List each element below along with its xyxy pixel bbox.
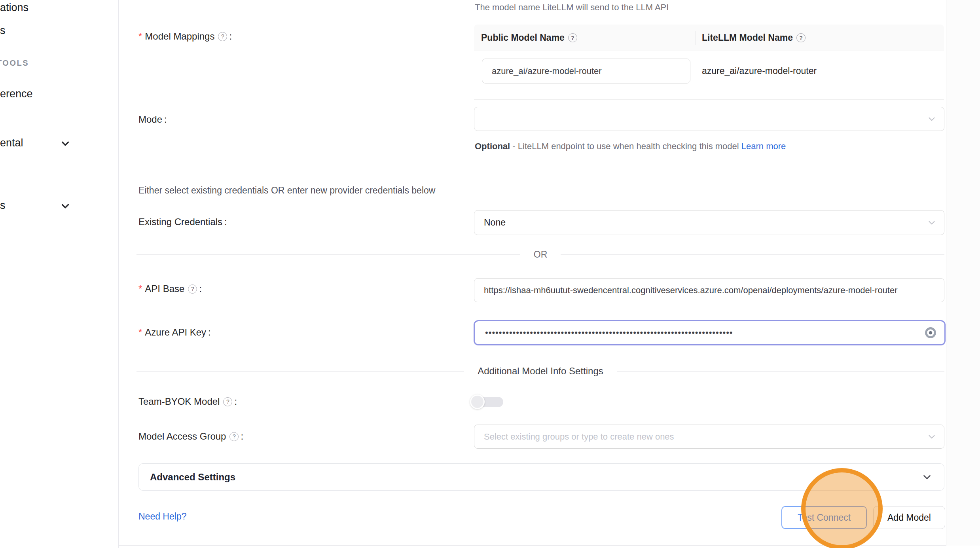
add-model-button[interactable]: Add Model: [873, 506, 945, 529]
add-model-page: ations s TOOLS erence ental s The model …: [0, 0, 980, 548]
required-asterisk: *: [138, 327, 142, 338]
card-bottom-border: [119, 545, 946, 546]
additional-settings-divider: Additional Model Info Settings: [136, 363, 944, 379]
need-help-link[interactable]: Need Help?: [138, 511, 186, 522]
chevron-down-icon: [59, 138, 71, 150]
help-circle-icon[interactable]: ?: [218, 32, 227, 41]
column-separator: [696, 31, 696, 45]
model-access-group-label: Model Access Group ? :: [138, 431, 243, 442]
sidebar-section-tools: TOOLS: [0, 59, 29, 68]
existing-credentials-label: Existing Credentials :: [138, 216, 227, 228]
chevron-down-icon: [59, 200, 71, 212]
credentials-note: Either select existing credentials OR en…: [138, 185, 435, 196]
api-base-input[interactable]: https://ishaa-mh6uutut-swedencentral.cog…: [474, 278, 944, 302]
sidebar-item-s2[interactable]: s: [0, 199, 6, 212]
masked-password-value: ••••••••••••••••••••••••••••••••••••••••…: [485, 328, 733, 338]
learn-more-link[interactable]: Learn more: [741, 141, 786, 151]
table-header: Public Model Name ? LiteLLM Model Name ?: [474, 25, 944, 51]
advanced-settings-title: Advanced Settings: [150, 472, 235, 483]
litellm-model-name-value: azure_ai/azure-model-router: [702, 59, 817, 83]
eye-icon[interactable]: [924, 326, 937, 339]
card-right-border: [946, 0, 946, 546]
right-gutter: [946, 0, 980, 546]
sidebar: ations s TOOLS erence ental s: [0, 0, 119, 548]
mode-helper-text: Optional - LiteLLM endpoint to use when …: [475, 138, 810, 154]
model-mappings-table: Public Model Name ? LiteLLM Model Name ?…: [474, 25, 944, 100]
sidebar-item-ations[interactable]: ations: [0, 2, 28, 14]
help-circle-icon[interactable]: ?: [229, 432, 239, 441]
chevron-down-icon: [927, 114, 937, 124]
required-asterisk: *: [138, 31, 142, 42]
select-placeholder: Select existing groups or type to create…: [484, 432, 674, 442]
azure-api-key-label: * Azure API Key :: [138, 327, 211, 338]
team-byok-label: Team-BYOK Model ? :: [138, 396, 237, 407]
help-circle-icon[interactable]: ?: [568, 33, 577, 42]
or-divider: OR: [136, 246, 944, 263]
chevron-down-icon: [927, 218, 937, 228]
toggle-knob: [470, 394, 485, 409]
help-circle-icon[interactable]: ?: [223, 397, 232, 406]
api-base-label: * API Base ? :: [138, 283, 202, 294]
help-circle-icon[interactable]: ?: [188, 284, 197, 294]
azure-api-key-input[interactable]: ••••••••••••••••••••••••••••••••••••••••…: [474, 320, 946, 345]
model-name-helper-text: The model name LiteLLM will send to the …: [475, 2, 669, 13]
public-model-name-input[interactable]: azure_ai/azure-model-router: [482, 59, 690, 83]
required-asterisk: *: [138, 283, 142, 294]
advanced-settings-panel[interactable]: Advanced Settings: [138, 463, 944, 491]
column-header-public-model-name: Public Model Name ?: [481, 25, 577, 51]
column-header-litellm-model-name: LiteLLM Model Name ?: [702, 25, 806, 51]
chevron-down-icon: [921, 471, 933, 483]
team-byok-toggle[interactable]: [470, 394, 503, 409]
model-access-group-select[interactable]: Select existing groups or type to create…: [474, 425, 944, 449]
existing-credentials-select[interactable]: None: [474, 210, 944, 235]
model-mappings-label: * Model Mappings ? :: [138, 31, 232, 42]
mode-select[interactable]: [474, 107, 944, 131]
help-circle-icon[interactable]: ?: [796, 33, 806, 42]
test-connect-button[interactable]: Test Connect: [781, 506, 867, 529]
chevron-down-icon: [927, 432, 937, 442]
sidebar-item-erence[interactable]: erence: [0, 88, 33, 100]
sidebar-item-s1[interactable]: s: [0, 25, 6, 37]
sidebar-item-ental[interactable]: ental: [0, 137, 23, 149]
mode-label: Mode :: [138, 114, 167, 125]
